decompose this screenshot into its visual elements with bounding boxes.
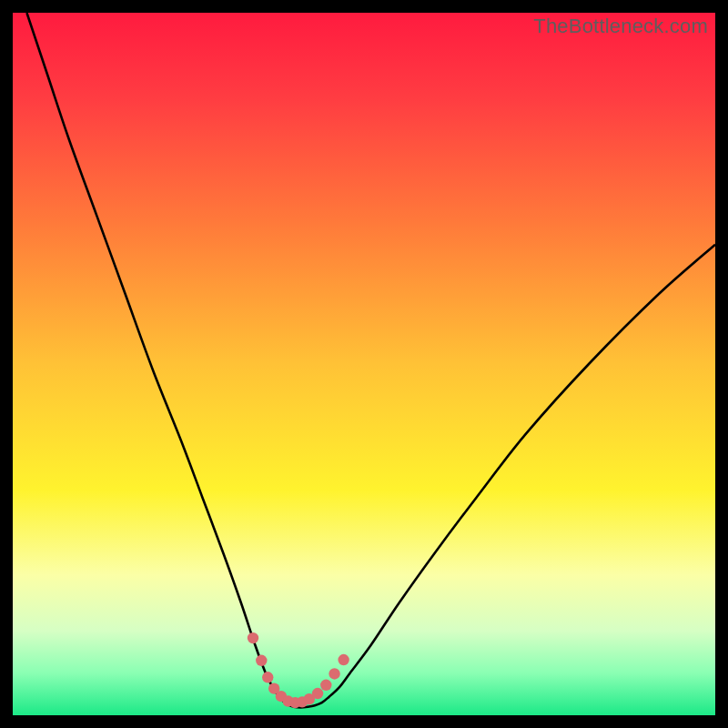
gradient-background [13, 13, 715, 715]
watermark-text: TheBottleneck.com [533, 15, 708, 38]
highlight-point [262, 672, 273, 682]
highlight-point [320, 680, 331, 691]
highlight-point [329, 668, 339, 679]
chart-frame: TheBottleneck.com [0, 0, 728, 728]
plot-area [13, 13, 715, 715]
highlight-point [312, 688, 323, 699]
bottleneck-chart [13, 13, 715, 715]
highlight-point [248, 632, 258, 643]
highlight-point [338, 654, 349, 665]
highlight-point [256, 655, 267, 666]
